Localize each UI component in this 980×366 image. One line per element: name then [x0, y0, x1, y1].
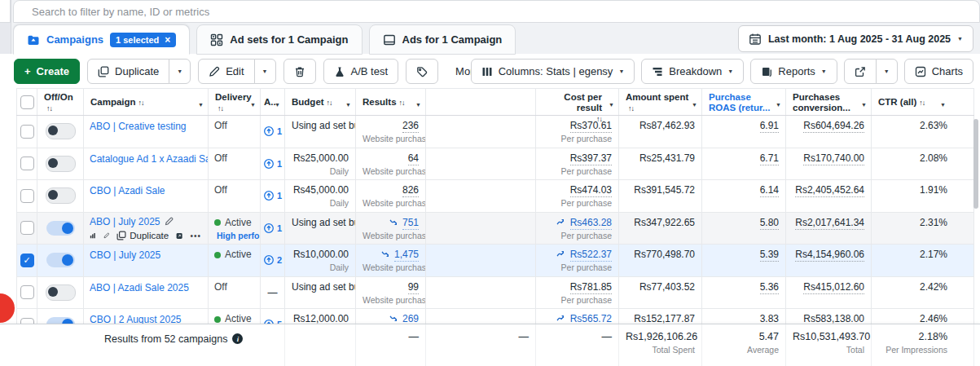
delivery-insight[interactable]: 1 [263, 126, 282, 137]
row-checkbox[interactable] [20, 221, 34, 235]
campaign-name-link[interactable]: CBO | Azadi Sale [90, 185, 165, 196]
filter-caret-icon[interactable]: ▼ [345, 99, 351, 110]
more-actions-icon[interactable]: ••• [190, 232, 201, 240]
row-checkbox[interactable] [20, 285, 34, 299]
filter-caret-icon[interactable]: ▼ [415, 99, 421, 110]
sort-icon: ↑↓ [919, 99, 925, 107]
ads-manager-screen: Campaigns 1 selected × Ad sets for 1 Cam… [0, 0, 980, 366]
trend-down-icon [389, 315, 400, 322]
filter-caret-icon[interactable]: ▼ [776, 99, 781, 110]
info-icon[interactable]: i [232, 333, 243, 344]
tab-ads[interactable]: Ads for 1 Campaign [369, 24, 516, 55]
edit-name-icon[interactable] [165, 217, 174, 226]
filter-caret-icon[interactable]: ▼ [609, 99, 614, 110]
preview-icon[interactable] [176, 231, 182, 241]
campaign-toggle[interactable] [46, 221, 75, 236]
row-checkbox[interactable]: ✓ [20, 254, 34, 267]
filter-caret-icon[interactable]: ▼ [198, 99, 204, 110]
header-delivery[interactable]: Delivery↑↓▼ [209, 89, 261, 115]
table-row: ABO | July 2025 Duplicate ••• Active Hig… [16, 213, 974, 245]
level-tabs: Campaigns 1 selected × Ad sets for 1 Cam… [13, 24, 516, 55]
reports-button[interactable]: Reports ▼ [750, 59, 837, 84]
delete-button[interactable] [283, 59, 316, 84]
tab-campaigns[interactable]: Campaigns 1 selected × [13, 24, 190, 55]
trend-down-icon [389, 218, 400, 226]
filter-caret-icon[interactable]: ▼ [275, 99, 280, 110]
clear-selection-icon[interactable]: × [165, 36, 170, 44]
vertical-scrollbar[interactable] [973, 119, 978, 209]
header-budget[interactable]: Budget↑↓▼ [285, 89, 356, 115]
results-value[interactable]: 751 [402, 217, 419, 230]
columns-button[interactable]: Columns: Stats | egensy ▼ [471, 59, 635, 84]
check-icon: ✓ [23, 255, 30, 266]
edit-caret-button[interactable]: ▼ [254, 59, 276, 84]
sort-icon: ↑↓ [628, 104, 634, 112]
header-cost-per-result[interactable]: Cost per result↑↓▼ [536, 89, 619, 115]
circle-up-icon [263, 126, 275, 137]
delivery-insight[interactable]: 1 [263, 223, 282, 234]
header-results[interactable]: Results↑↓▼ [356, 89, 426, 115]
duplicate-icon [98, 66, 109, 77]
edit-icon[interactable] [103, 231, 110, 240]
header-campaign[interactable]: Campaign↑↓▼ [84, 89, 209, 115]
duplicate-action[interactable]: Duplicate [116, 231, 169, 240]
edit-button[interactable]: Edit [198, 59, 254, 84]
tab-adsets[interactable]: Ad sets for 1 Campaign [196, 24, 362, 55]
filter-caret-icon[interactable]: ▼ [692, 99, 697, 110]
actions-toolbar: + Create Duplicate ▼ Edit ▼ A/B test [14, 59, 501, 84]
active-dot [214, 252, 221, 258]
campaign-toggle[interactable] [46, 123, 76, 139]
left-rail-card [0, 0, 11, 23]
create-button[interactable]: + Create [14, 59, 80, 84]
filter-caret-icon[interactable]: ▼ [940, 99, 946, 110]
table-row: ABO | Creative testing Off 1 Using ad se… [16, 116, 974, 148]
search-bar [13, 0, 980, 23]
charts-button[interactable]: Charts [904, 59, 973, 84]
table-row: ✓ CBO | July 2025 Active 2 Rs10,000.00Da… [16, 245, 974, 277]
delivery-insight[interactable]: 1 [263, 190, 282, 201]
campaign-toggle[interactable] [46, 156, 76, 172]
header-purchase-roas[interactable]: PurchaseROAS (retur...▼ [702, 89, 786, 115]
charts-icon [915, 66, 926, 77]
campaign-toggle[interactable] [46, 187, 76, 204]
campaign-name-link[interactable]: ABO | Azadi Sale 2025 [90, 282, 189, 293]
campaign-name-link[interactable]: CBO | July 2025 [90, 249, 160, 261]
select-all-checkbox[interactable] [20, 95, 34, 109]
results-value: 236 [402, 120, 419, 133]
delivery-insight[interactable]: 1 [263, 158, 282, 170]
tag-button[interactable] [406, 59, 438, 84]
export-caret-button[interactable]: ▼ [876, 59, 898, 84]
campaign-toggle[interactable] [46, 253, 75, 267]
header-attribution[interactable]: A..▼ [261, 89, 285, 115]
table-header-row: Off/On↑↓ Campaign↑↓▼ Delivery↑↓▼ A..▼ Bu… [16, 88, 974, 116]
chevron-down-icon: ▼ [177, 68, 182, 74]
campaign-name-link[interactable]: ABO | July 2025 [90, 216, 160, 227]
campaign-toggle[interactable] [46, 284, 76, 301]
row-checkbox[interactable] [20, 157, 34, 170]
date-range-button[interactable]: Last month: 1 Aug 2025 - 31 Aug 2025 ▼ [738, 25, 973, 52]
view-charts-icon[interactable] [90, 231, 96, 240]
row-checkbox[interactable] [20, 189, 34, 203]
row-checkbox[interactable] [20, 125, 34, 139]
header-off-on[interactable]: Off/On↑↓ [37, 89, 84, 115]
cost-value[interactable]: Rs522.37 [570, 249, 612, 262]
sort-icon: ↑↓ [327, 99, 332, 107]
cost-value[interactable]: Rs463.28 [570, 217, 612, 230]
filter-caret-icon[interactable]: ▼ [861, 99, 867, 110]
campaign-name-link[interactable]: ABO | Creative testing [90, 121, 187, 132]
results-value[interactable]: 1,475 [394, 249, 419, 262]
header-ctr[interactable]: CTR (all)↑↓▼ [872, 89, 974, 115]
calendar-icon [749, 33, 762, 46]
filter-caret-icon[interactable]: ▼ [250, 99, 256, 110]
duplicate-button[interactable]: Duplicate [87, 59, 169, 84]
ab-test-button[interactable]: A/B test [323, 59, 399, 84]
duplicate-caret-button[interactable]: ▼ [169, 59, 191, 84]
delivery-insight[interactable]: 2 [263, 254, 282, 266]
header-amount-spent[interactable]: Amount spent↑↓▼ [619, 89, 702, 115]
export-button[interactable] [844, 59, 877, 84]
trend-up-icon [556, 250, 567, 258]
breakdown-button[interactable]: Breakdown ▼ [641, 59, 744, 84]
search-input[interactable] [30, 1, 960, 22]
campaign-name-link[interactable]: Catalogue Ad 1 x Azaadi Sale [90, 153, 209, 165]
header-purchases-conversion[interactable]: Purchasesconversion...▼ [786, 89, 872, 115]
